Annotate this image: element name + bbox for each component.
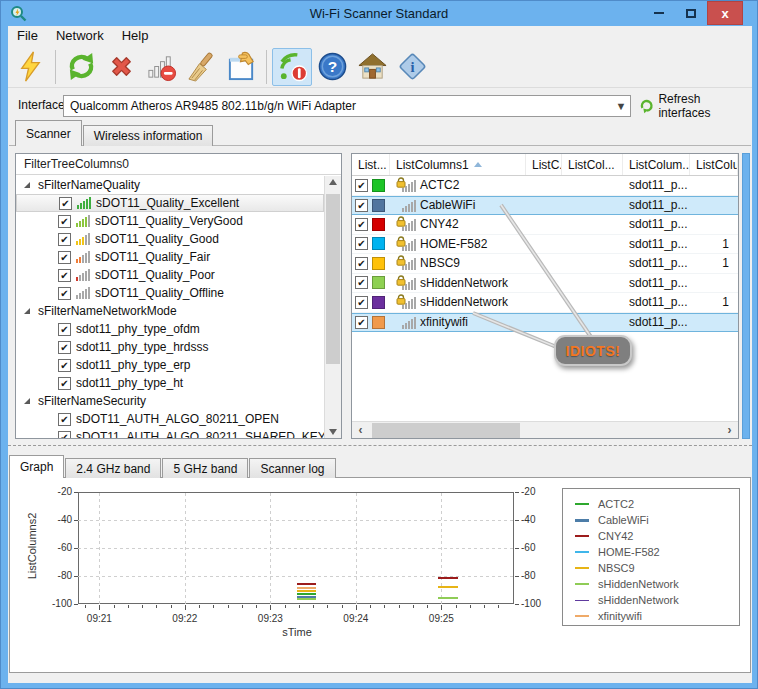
tree-item[interactable]: ✔sDOT11_Quality_Fair [16,248,324,266]
signal-icon [76,251,90,263]
table-row[interactable]: ✔sHiddenNetworksdot11_p... [352,274,738,294]
table-row[interactable]: ✔CNY42sdot11_p... [352,215,738,235]
tree-scrollbar-thumb[interactable] [326,194,340,364]
checkbox[interactable]: ✔ [58,215,71,228]
checkbox[interactable]: ✔ [355,237,368,250]
table-hscrollbar-thumb[interactable] [372,423,520,438]
y-tick-label: -60 [521,542,551,553]
clean-icon[interactable] [181,48,221,86]
tab-24ghz-band[interactable]: 2.4 GHz band [65,458,161,478]
scan-stop-icon[interactable] [272,48,312,86]
menu-file[interactable]: File [8,26,47,46]
column-header[interactable]: ListColum... [623,154,690,175]
checkbox[interactable]: ✔ [355,257,368,270]
table-row[interactable]: ✔HOME-F582sdot11_p...1 [352,235,738,255]
tree-group[interactable]: sFilterNameNetworkMode [16,302,324,320]
checkbox[interactable]: ✔ [58,359,71,372]
home-icon[interactable] [352,48,392,86]
table-row[interactable]: ✔xfinitywifisdot11_p... [352,313,738,333]
tab-scanner-log[interactable]: Scanner log [249,458,335,478]
info-icon[interactable]: i [392,48,432,86]
legend-swatch [575,583,589,585]
interface-select[interactable]: Qualcomm Atheros AR9485 802.11b/g/n WiFi… [63,95,631,117]
checkbox[interactable]: ✔ [58,323,71,336]
tree-item[interactable]: ✔sDOT11_Quality_Offline [16,284,324,302]
menu-network[interactable]: Network [47,26,113,46]
tree-item[interactable]: ✔sDOT11_Quality_Poor [16,266,324,284]
checkbox[interactable]: ✔ [59,197,72,210]
checkbox[interactable]: ✔ [58,413,71,426]
filter-tree-header[interactable]: FilterTreeColumns0 [16,154,341,175]
checkbox[interactable]: ✔ [58,341,71,354]
checkbox[interactable]: ✔ [58,377,71,390]
table-row[interactable]: ✔ACTC2sdot11_p... [352,176,738,196]
table-row[interactable]: ✔NBSC9sdot11_p...1 [352,254,738,274]
checkbox[interactable]: ✔ [58,431,71,439]
scroll-down-icon[interactable] [329,429,337,435]
empty-cell [562,197,623,215]
column-header[interactable]: ListCol... [562,154,623,175]
column-header[interactable]: List... [352,154,390,175]
scroll-right-icon[interactable]: › [721,422,738,438]
phy-cell: sdot11_p... [623,215,690,234]
tree-scrollbar[interactable] [324,176,341,438]
tab-graph[interactable]: Graph [9,455,64,478]
table-vscrollbar[interactable] [742,153,750,439]
delete-icon[interactable] [101,48,141,86]
refresh-icon[interactable] [61,48,101,86]
gridline [356,492,357,604]
tree-item[interactable]: ✔sdot11_phy_type_ofdm [16,320,324,338]
phy-cell: sdot11_p... [623,274,690,293]
tree-item[interactable]: ✔sdot11_phy_type_ht [16,374,324,392]
menu-help[interactable]: Help [113,26,158,46]
refresh-interfaces-button[interactable]: Refresh interfaces [639,95,752,117]
checkbox[interactable]: ✔ [58,233,71,246]
checkbox[interactable]: ✔ [355,179,368,192]
table-row[interactable]: ✔sHiddenNetworksdot11_p...1 [352,293,738,313]
checkbox[interactable]: ✔ [355,316,368,329]
export-icon[interactable] [221,48,261,86]
x-tick-label: 09:24 [336,613,376,624]
axis-minor-tick [242,605,243,608]
checkbox[interactable]: ✔ [355,296,368,309]
signal-remove-icon[interactable] [141,48,181,86]
table-hscrollbar[interactable]: ‹ › [352,421,738,438]
scroll-up-icon[interactable] [329,179,337,185]
tree-item[interactable]: ✔sDOT11_Quality_Excellent [16,194,324,212]
tab-5ghz-band[interactable]: 5 GHz band [162,458,248,478]
tab-scanner[interactable]: Scanner [15,120,82,146]
checkbox[interactable]: ✔ [58,269,71,282]
tree-group[interactable]: sFilterNameQuality [16,176,324,194]
tree-item[interactable]: ✔sDOT11_AUTH_ALGO_80211_OPEN [16,410,324,428]
checkbox[interactable]: ✔ [58,251,71,264]
scroll-left-icon[interactable]: ‹ [352,422,369,438]
tab-wireless-information[interactable]: Wireless information [83,125,214,146]
window-title: Wi-Fi Scanner Standard [1,1,757,26]
checkbox[interactable]: ✔ [355,218,368,231]
expander-icon[interactable] [24,182,30,188]
axis-tick [74,492,78,493]
checkbox[interactable]: ✔ [355,276,368,289]
tree-item[interactable]: ✔sDOT11_Quality_VeryGood [16,212,324,230]
tree-item[interactable]: ✔sDOT11_Quality_Good [16,230,324,248]
axis-tick [515,520,519,521]
checkbox[interactable]: ✔ [355,199,368,212]
lightning-icon[interactable] [10,48,50,86]
column-header[interactable]: ListColumns1 [390,154,526,175]
expander-icon[interactable] [24,308,30,314]
table-row[interactable]: ✔CableWiFisdot11_p... [352,196,738,216]
chevron-down-icon[interactable]: ▼ [612,100,630,112]
close-button[interactable]: x [707,1,743,25]
checkbox[interactable]: ✔ [58,287,71,300]
expander-icon[interactable] [24,398,30,404]
maximize-button[interactable] [679,1,703,25]
tree-group[interactable]: sFilterNameSecurity [16,392,324,410]
tree-item[interactable]: ✔sDOT11_AUTH_ALGO_80211_SHARED_KEY [16,428,324,438]
minimize-button[interactable] [647,1,671,25]
splitter-handle[interactable] [8,445,752,446]
column-header[interactable]: ListColu [690,154,738,175]
tree-item[interactable]: ✔sdot11_phy_type_erp [16,356,324,374]
tree-item[interactable]: ✔sdot11_phy_type_hrdsss [16,338,324,356]
column-header[interactable]: ListC... [526,154,562,175]
help-icon[interactable]: ? [312,48,352,86]
